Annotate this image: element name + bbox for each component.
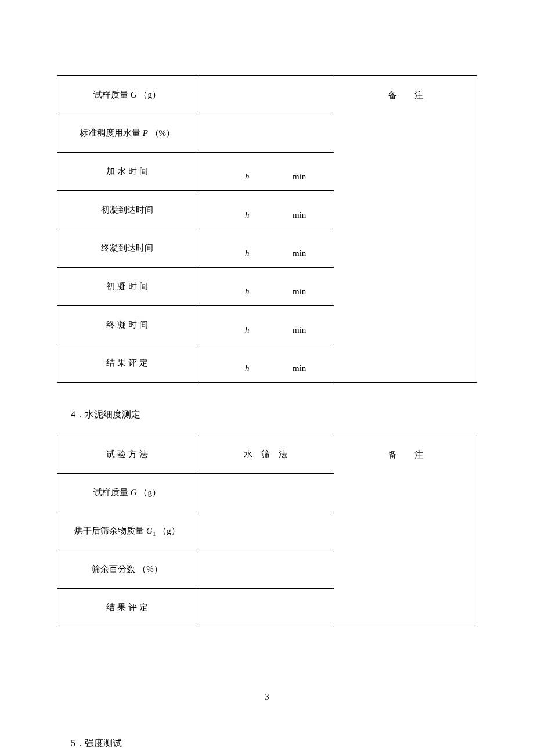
label-unit: （g） [137, 488, 161, 497]
value-cell [197, 114, 334, 153]
value-cell [197, 76, 334, 114]
row-label: 试样质量 G （g） [57, 474, 197, 512]
row-label: 结 果 评 定 [57, 344, 197, 383]
hour-unit: h [245, 210, 250, 220]
minute-unit: min [293, 210, 306, 220]
value-cell: h min [197, 306, 334, 344]
label-text: 试样质量 [93, 488, 131, 497]
variable-g: G [131, 488, 137, 497]
variable-g: G [131, 90, 137, 99]
page-number: 3 [0, 693, 534, 702]
row-label: 加 水 时 间 [57, 153, 197, 191]
hour-unit: h [245, 249, 250, 258]
label-text: 试样质量 [93, 90, 131, 99]
label-text: 初凝到达时间 [101, 205, 153, 214]
header-method-value: 水 筛 法 [197, 435, 334, 474]
minute-unit: min [293, 287, 306, 297]
label-text: 终凝到达时间 [101, 243, 153, 253]
row-label: 终 凝 时 间 [57, 306, 197, 344]
section-5-title: 5．强度测试 [71, 737, 477, 750]
label-unit: （g） [137, 90, 161, 99]
row-label: 结 果 评 定 [57, 589, 197, 627]
variable-p: P [143, 128, 148, 138]
table-setting-time: 试样质量 G （g） 备 注 标准稠度用水量 P （%） 加 水 时 间 h m… [57, 75, 477, 383]
minute-unit: min [293, 363, 306, 373]
hour-unit: h [245, 325, 250, 335]
label-text: 烘干后筛余物质量 [74, 526, 146, 535]
value-cell: h min [197, 344, 334, 383]
label-unit: （%） [148, 128, 175, 138]
value-cell [197, 550, 334, 589]
row-label: 筛余百分数 （%） [57, 550, 197, 589]
value-cell: h min [197, 191, 334, 229]
label-text: 结 果 评 定 [106, 358, 147, 368]
value-cell: h min [197, 229, 334, 268]
hour-unit: h [245, 363, 250, 373]
header-method: 试 验 方 法 [57, 435, 197, 474]
row-label: 终凝到达时间 [57, 229, 197, 268]
label-text: 初 凝 时 间 [106, 282, 147, 291]
header-text: 水 筛 法 [244, 449, 287, 459]
hour-unit: h [245, 287, 250, 297]
label-text: 标准稠度用水量 [80, 128, 143, 138]
label-text: 终 凝 时 间 [106, 320, 147, 329]
label-text: 结 果 评 定 [106, 603, 147, 612]
row-label: 初凝到达时间 [57, 191, 197, 229]
table-fineness: 试 验 方 法 水 筛 法 备 注 试样质量 G （g） 烘干后筛余物质量 G1… [57, 435, 477, 627]
header-text: 试 验 方 法 [106, 449, 147, 459]
minute-unit: min [293, 249, 306, 258]
value-cell [197, 474, 334, 512]
value-cell: h min [197, 153, 334, 191]
remark-cell: 备 注 [334, 76, 477, 383]
value-cell [197, 512, 334, 550]
row-label: 试样质量 G （g） [57, 76, 197, 114]
minute-unit: min [293, 172, 306, 182]
row-label: 烘干后筛余物质量 G1 （g） [57, 512, 197, 550]
label-text: 筛余百分数 （%） [92, 564, 162, 574]
section-4-title: 4．水泥细度测定 [71, 409, 477, 421]
row-label: 初 凝 时 间 [57, 268, 197, 306]
value-cell [197, 589, 334, 627]
hour-unit: h [245, 172, 250, 182]
minute-unit: min [293, 325, 306, 335]
remark-cell: 备 注 [334, 435, 477, 627]
remark-label: 备 注 [388, 450, 423, 459]
label-unit: （g） [156, 526, 179, 535]
value-cell: h min [197, 268, 334, 306]
label-text: 加 水 时 间 [106, 167, 147, 176]
row-label: 标准稠度用水量 P （%） [57, 114, 197, 153]
remark-label: 备 注 [388, 91, 423, 100]
variable-g1: G [146, 526, 153, 535]
